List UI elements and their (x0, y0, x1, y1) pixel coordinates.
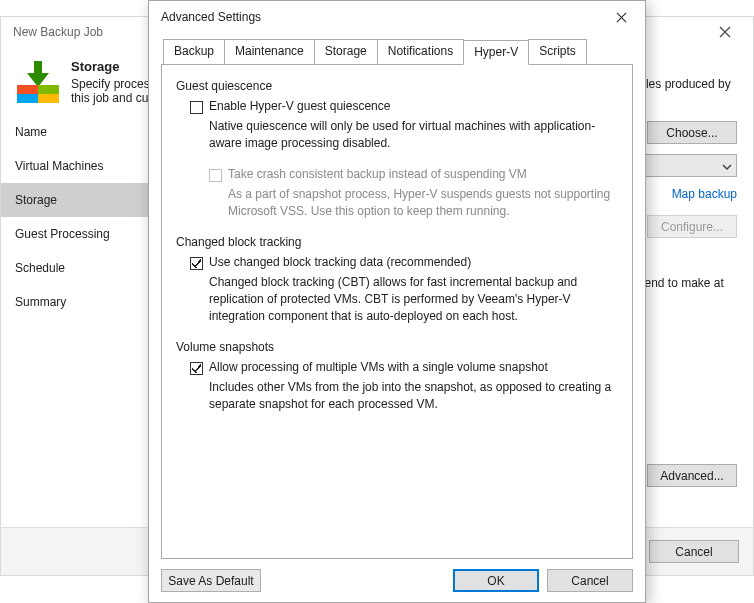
nav-item-name[interactable]: Name (1, 115, 161, 149)
advanced-titlebar: Advanced Settings (149, 1, 645, 33)
group-volume-snapshots: Volume snapshots (176, 340, 618, 354)
ok-button[interactable]: OK (453, 569, 539, 592)
configure-button: Configure... (647, 215, 737, 238)
tabpanel-hyper-v: Guest quiescence Enable Hyper-V guest qu… (161, 64, 633, 559)
tab-hyper-v[interactable]: Hyper-V (463, 40, 529, 65)
choose-button[interactable]: Choose... (647, 121, 737, 144)
crash-consistent-label: Take crash consistent backup instead of … (228, 167, 618, 181)
close-icon (616, 12, 627, 23)
allow-single-snapshot-label: Allow processing of multiple VMs with a … (209, 360, 618, 374)
use-cbt-row[interactable]: Use changed block tracking data (recomme… (190, 255, 618, 270)
storage-download-icon (17, 61, 59, 103)
nav-item-schedule[interactable]: Schedule (1, 251, 161, 285)
advanced-title: Advanced Settings (161, 10, 599, 24)
wizard-close-button[interactable] (705, 18, 745, 46)
use-cbt-desc: Changed block tracking (CBT) allows for … (209, 274, 618, 326)
crash-consistent-desc: As a part of snapshot process, Hyper-V s… (228, 186, 618, 221)
enable-quiescence-checkbox[interactable] (190, 101, 203, 114)
tab-notifications[interactable]: Notifications (377, 39, 464, 64)
wizard-nav: Name Virtual Machines Storage Guest Proc… (1, 111, 161, 541)
nav-item-storage[interactable]: Storage (1, 183, 161, 217)
advanced-button[interactable]: Advanced... (647, 464, 737, 487)
nav-item-guest-processing[interactable]: Guest Processing (1, 217, 161, 251)
tab-maintenance[interactable]: Maintenance (224, 39, 315, 64)
allow-single-snapshot-desc: Includes other VMs from the job into the… (209, 379, 618, 414)
enable-quiescence-row[interactable]: Enable Hyper-V guest quiescence (190, 99, 618, 114)
nav-item-virtual-machines[interactable]: Virtual Machines (1, 149, 161, 183)
tab-storage[interactable]: Storage (314, 39, 378, 64)
save-as-default-button[interactable]: Save As Default (161, 569, 261, 592)
enable-quiescence-label: Enable Hyper-V guest quiescence (209, 99, 618, 113)
use-cbt-checkbox[interactable] (190, 257, 203, 270)
tabstrip: Backup Maintenance Storage Notifications… (161, 39, 633, 64)
crash-consistent-checkbox (209, 169, 222, 182)
tab-backup[interactable]: Backup (163, 39, 225, 64)
cancel-button[interactable]: Cancel (547, 569, 633, 592)
tab-scripts[interactable]: Scripts (528, 39, 587, 64)
group-guest-quiescence: Guest quiescence (176, 79, 618, 93)
wizard-cancel-button[interactable]: Cancel (649, 540, 739, 563)
close-icon (719, 26, 731, 38)
allow-single-snapshot-row[interactable]: Allow processing of multiple VMs with a … (190, 360, 618, 375)
chevron-down-icon (722, 161, 732, 171)
allow-single-snapshot-checkbox[interactable] (190, 362, 203, 375)
crash-consistent-row: Take crash consistent backup instead of … (209, 167, 618, 182)
group-cbt: Changed block tracking (176, 235, 618, 249)
nav-item-summary[interactable]: Summary (1, 285, 161, 319)
use-cbt-label: Use changed block tracking data (recomme… (209, 255, 618, 269)
advanced-footer: Save As Default OK Cancel (149, 559, 645, 602)
enable-quiescence-desc: Native quiescence will only be used for … (209, 118, 618, 153)
advanced-close-button[interactable] (599, 3, 643, 31)
advanced-settings-dialog: Advanced Settings Backup Maintenance Sto… (148, 0, 646, 603)
